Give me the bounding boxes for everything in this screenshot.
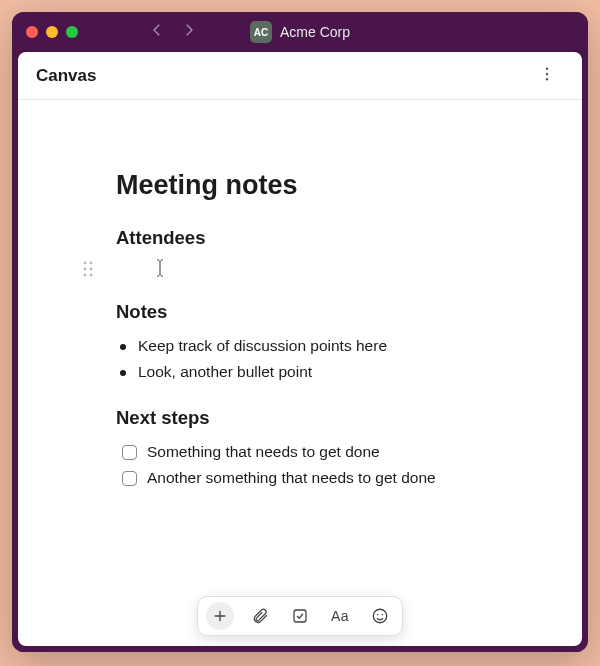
insert-toolbar: Aa (197, 596, 403, 636)
history-nav (148, 21, 198, 43)
content-frame: Canvas Meeting notes Attendees (12, 52, 588, 652)
drag-handle[interactable] (82, 261, 96, 277)
svg-point-6 (90, 268, 93, 271)
workspace-name: Acme Corp (280, 24, 350, 40)
text-format-button[interactable]: Aa (326, 602, 354, 630)
kebab-icon (538, 65, 556, 83)
svg-point-11 (377, 614, 379, 616)
svg-point-3 (84, 262, 87, 265)
attendees-editor-line[interactable] (116, 259, 522, 279)
window-controls (26, 26, 78, 38)
checkbox[interactable] (122, 471, 137, 486)
svg-point-7 (84, 274, 87, 277)
svg-point-2 (546, 78, 548, 80)
smile-icon (371, 607, 389, 625)
svg-point-10 (373, 609, 387, 623)
canvas-header-title: Canvas (36, 66, 96, 86)
insert-button[interactable] (206, 602, 234, 630)
checklist-item[interactable]: Another something that needs to get done (122, 465, 522, 491)
list-item[interactable]: Keep track of discussion points here (138, 333, 522, 359)
back-button[interactable] (148, 21, 166, 43)
doc-title[interactable]: Meeting notes (116, 170, 522, 201)
arrow-left-icon (148, 21, 166, 39)
checklist-item-text[interactable]: Something that needs to get done (147, 443, 380, 461)
svg-point-8 (90, 274, 93, 277)
canvas-pane: Canvas Meeting notes Attendees (18, 52, 582, 646)
svg-point-1 (546, 72, 548, 74)
canvas-header: Canvas (18, 52, 582, 100)
close-window-button[interactable] (26, 26, 38, 38)
list-item[interactable]: Look, another bullet point (138, 359, 522, 385)
section-heading-next-steps[interactable]: Next steps (116, 407, 522, 429)
workspace-switcher[interactable]: AC Acme Corp (250, 21, 350, 43)
maximize-window-button[interactable] (66, 26, 78, 38)
attach-button[interactable] (246, 602, 274, 630)
app-window: AC Acme Corp Canvas Meeting notes Att (12, 12, 588, 652)
checklist-item-text[interactable]: Another something that needs to get done (147, 469, 436, 487)
checkbox[interactable] (122, 445, 137, 460)
notes-list: Keep track of discussion points here Loo… (116, 333, 522, 385)
arrow-right-icon (180, 21, 198, 39)
text-format-icon: Aa (331, 608, 349, 624)
svg-point-5 (84, 268, 87, 271)
document: Meeting notes Attendees (18, 100, 582, 571)
next-steps-list: Something that needs to get done Another… (116, 439, 522, 491)
more-options-button[interactable] (530, 61, 564, 91)
text-caret-icon (156, 259, 164, 281)
svg-point-12 (382, 614, 384, 616)
forward-button[interactable] (180, 21, 198, 43)
section-heading-attendees[interactable]: Attendees (116, 227, 522, 249)
plus-icon (211, 607, 229, 625)
titlebar: AC Acme Corp (12, 12, 588, 52)
document-area[interactable]: Meeting notes Attendees (18, 100, 582, 646)
checklist-button[interactable] (286, 602, 314, 630)
svg-point-4 (90, 262, 93, 265)
section-heading-notes[interactable]: Notes (116, 301, 522, 323)
drag-handle-icon (82, 261, 94, 277)
checklist-item[interactable]: Something that needs to get done (122, 439, 522, 465)
paperclip-icon (251, 607, 269, 625)
workspace-logo: AC (250, 21, 272, 43)
minimize-window-button[interactable] (46, 26, 58, 38)
checkbox-icon (291, 607, 309, 625)
emoji-button[interactable] (366, 602, 394, 630)
svg-point-0 (546, 67, 548, 69)
svg-rect-9 (294, 610, 306, 622)
